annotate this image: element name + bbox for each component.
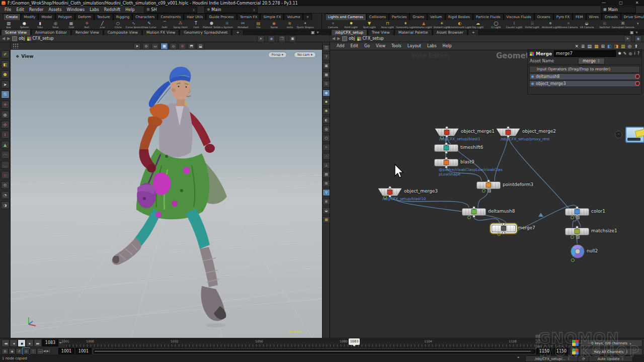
shelf-tool-point-light[interactable]: ✹Point Light [342,20,360,29]
snap-multi-icon[interactable]: ∪ [1,171,10,179]
select-objects-icon[interactable]: ✐ [1,50,10,58]
shelf-tab-crowds[interactable]: Crowds [602,14,621,20]
tab-asset-browser[interactable]: Asset Browser [433,29,467,35]
play-button[interactable]: ▶ [26,339,34,347]
playhead-marker[interactable]: 1083 [349,338,360,345]
view-tool-icon[interactable]: ⚙ [1,181,10,189]
shelf-tool-spray-paint[interactable]: ⁂Spray Paint [173,20,188,29]
group-list-icon[interactable]: ≣ [323,198,330,205]
shelf-tab-lights-and-cameras[interactable]: Lights and Cameras [325,14,366,20]
link-icon[interactable]: ➤ [624,35,631,42]
input-connector[interactable] [388,186,391,189]
tab-geometry-spreadsheet[interactable]: Geometry Spreadsheet [180,29,231,35]
shelf-tool-box[interactable]: ▧Box [1,20,17,29]
menu-assets[interactable]: Assets [46,8,64,12]
net-menu-labs[interactable]: Labs [425,44,439,48]
realtime-toggle[interactable]: ⧉ [2,348,9,354]
file-cache-node[interactable] [625,127,644,143]
select-none-icon[interactable]: ⊖ [179,43,186,50]
output-connector[interactable] [472,215,475,218]
shelf-tool-draw-curve[interactable]: ✎Draw Curve [141,20,157,29]
shelf-tool-camera[interactable]: ⌗Camera [324,20,342,29]
range-slider[interactable] [94,349,535,353]
shelf-tool-circle[interactable]: ○Circle [110,20,126,29]
camera-lock-icon[interactable]: ⚿ [323,80,330,87]
menu-render[interactable]: Render [27,8,46,12]
auto-update-button[interactable]: Auto Update↕ [589,355,633,362]
dopnet-toggle[interactable]: ⌶ [30,348,37,354]
shelf-tool-null[interactable]: ✛Null [79,20,95,29]
materials-icon[interactable]: ◍ [323,126,330,133]
shelf-overflow-icon[interactable]: ▾ [637,22,639,26]
grid-toggle-icon[interactable]: ▤ [323,171,330,178]
shelf-tool-l-system[interactable]: ❊L-System [219,20,235,29]
handle-mode-icon[interactable]: ⊙ [142,43,150,50]
lock-flag[interactable] [488,189,491,193]
shelf-tab-polygon[interactable]: Polygon [55,14,75,20]
keyframe-colors-icon[interactable] [572,339,579,346]
shelf-tool-environment-light[interactable]: ◐Environment Light [451,20,469,29]
shelf-tool-area-light[interactable]: ⊓Area Light [378,20,396,29]
secure-selection-icon[interactable]: ⚿ [1,90,10,99]
select-geometry-icon[interactable]: ◧ [1,60,10,68]
lock-flag[interactable] [576,216,580,219]
menu-labs[interactable]: Labs [87,8,102,12]
shelf-tab-guide-process[interactable]: Guide Process [206,14,236,20]
main-selector[interactable]: ⊕ Main ↕ [204,7,258,13]
lock-flag[interactable] [576,235,580,239]
net-list-icon[interactable]: ≣ [581,44,585,49]
shelf-tab-particles[interactable]: Particles [389,14,410,20]
normals-display-icon[interactable]: ⊥ [323,162,330,169]
input-connector[interactable] [445,142,448,145]
net-tools-icon[interactable]: ✕ [575,44,579,49]
tab-tree-view[interactable]: Tree View [368,29,394,35]
help-circle-icon[interactable]: ? [323,53,330,60]
shelf-tab-volume[interactable]: Volume [284,14,303,20]
tab-material-palette[interactable]: Material Palette [394,29,432,35]
lighting-icon[interactable]: ✹ [323,99,330,106]
magnify-icon[interactable]: ◎ [629,51,632,56]
shelf-tool-path[interactable]: ⌒Path [157,20,173,29]
info-icon[interactable]: i [634,51,635,56]
scene-viewport[interactable]: ❖View Persp ▾ No cam ▾ 24.0 fps [11,50,322,338]
display-flag[interactable] [571,216,574,219]
shadows-icon[interactable]: ◐ [323,117,330,124]
tab-motion-fx-view[interactable]: Motion FX View [142,29,179,35]
shelf-tool-sphere[interactable]: ●Sphere [17,20,32,29]
jump-end-button[interactable]: ▶▶ [34,339,42,347]
net-menu-help[interactable]: Help [440,44,454,48]
character-pick-icon[interactable]: ▲ [1,141,10,149]
shelf-tab-characters[interactable]: Characters [132,14,157,20]
shelf-tab--[interactable]: + [303,14,312,20]
tab--[interactable]: + [468,29,479,35]
shelf-tab-drive-simulation[interactable]: Drive Simulation [621,14,644,20]
range-step-icons[interactable]: |◀ ▶| [42,349,50,352]
maximize-pane-icon[interactable]: ▣ [289,35,296,42]
layout-icon[interactable]: ◫ [323,44,330,51]
shelf-tool-helix[interactable]: ≋Helix [282,20,297,29]
sim-toggle[interactable]: ⊙ [23,348,30,354]
shelf-tab-fem[interactable]: FEM [573,14,586,20]
tab-animation-editor[interactable]: Animation Editor [31,29,71,35]
translate-tool-icon[interactable]: ✛ [1,101,10,109]
shelf-tool-platonic-solids[interactable]: ⬟Platonic Solids [204,20,219,29]
keys-summary-button[interactable]: 0 keys, 0/0 channels▴ [580,339,642,347]
shelf-tool-vr-camera[interactable]: ◒VR Camera [578,20,596,29]
remove-input-icon[interactable] [635,81,640,86]
input-connector[interactable] [472,206,475,209]
path-root[interactable]: obj [12,36,25,41]
forward-icon[interactable]: ▶ [337,36,340,41]
shelf-tool-curve-bezier[interactable]: ∿Curve Bezier [126,20,141,29]
menu-file[interactable]: File [2,8,14,12]
handles-icon[interactable]: ◠ [1,151,10,159]
asset-name-button[interactable]: merge ↕ [578,58,605,64]
render-view-icon[interactable]: ⬒ [188,43,195,50]
input-connector[interactable] [487,179,490,183]
single-view-icon[interactable]: ▣ [323,62,330,69]
display-flag[interactable] [440,136,444,139]
shelf-tool-ambient-light[interactable]: ⚪Ambient Light [541,20,559,29]
rotate-tool-icon[interactable]: ◍ [1,111,10,119]
shelf-tab-create[interactable]: Create [3,14,21,20]
net-menu-view[interactable]: View [373,44,388,48]
pane-grip-icon[interactable] [13,43,19,48]
